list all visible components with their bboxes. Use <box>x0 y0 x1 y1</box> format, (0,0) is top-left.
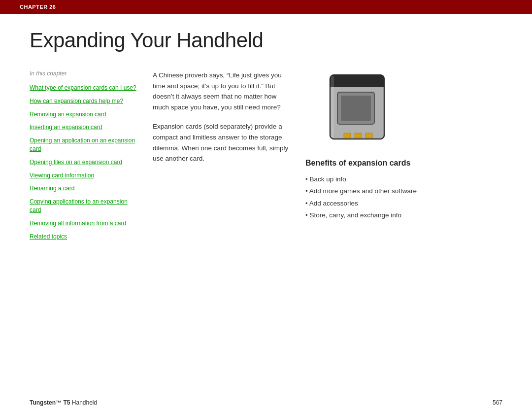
benefits-title: Benefits of expansion cards <box>305 159 410 168</box>
columns-layout: In this chapter What type of expansion c… <box>30 70 502 245</box>
footer: Tungsten™ T5 Handheld 567 <box>0 394 532 411</box>
brand-name: Tungsten™ T5 <box>30 399 70 406</box>
sidebar-links: What type of expansion cards can I use?H… <box>30 84 138 240</box>
svg-rect-7 <box>366 133 372 138</box>
sidebar: In this chapter What type of expansion c… <box>30 70 138 245</box>
sidebar-link-removing-all[interactable]: Removing all information from a card <box>30 219 138 228</box>
main-content: Expanding Your Handheld In this chapter … <box>0 14 532 255</box>
benefit-item: Store, carry, and exchange info <box>305 209 417 221</box>
brand-suffix: Handheld <box>72 399 97 406</box>
svg-rect-5 <box>344 133 351 138</box>
svg-rect-8 <box>331 76 334 138</box>
sidebar-link-related[interactable]: Related topics <box>30 233 138 241</box>
benefits-list: Back up infoAdd more games and other sof… <box>305 173 417 221</box>
sidebar-link-viewing[interactable]: Viewing card information <box>30 171 138 180</box>
intro-section: A Chinese proverb says, “Life just gives… <box>153 70 291 245</box>
svg-rect-2 <box>330 84 384 87</box>
chapter-bar: CHAPTER 26 <box>0 0 532 14</box>
benefit-item: Back up info <box>305 173 417 185</box>
sidebar-link-removing[interactable]: Removing an expansion card <box>30 110 138 119</box>
sidebar-link-inserting[interactable]: Inserting an expansion card <box>30 123 138 132</box>
sidebar-link-copying[interactable]: Copying applications to an expansion car… <box>30 198 138 214</box>
card-image <box>320 70 399 149</box>
chapter-label: CHAPTER 26 <box>20 4 56 10</box>
benefit-item: Add accessories <box>305 198 417 209</box>
page-number: 567 <box>493 399 502 406</box>
page-title: Expanding Your Handheld <box>30 29 502 52</box>
intro-paragraph-2: Expansion cards (sold separately) provid… <box>153 121 291 164</box>
sidebar-heading: In this chapter <box>30 70 138 77</box>
footer-brand: Tungsten™ T5 Handheld <box>30 399 97 406</box>
benefit-item: Add more games and other software <box>305 185 417 197</box>
svg-rect-4 <box>341 96 371 121</box>
right-panel: Benefits of expansion cards Back up info… <box>305 70 502 245</box>
sidebar-link-opening-app[interactable]: Opening an application on an expansion c… <box>30 137 138 153</box>
sidebar-link-how-can[interactable]: How can expansion cards help me? <box>30 97 138 105</box>
sidebar-link-renaming[interactable]: Renaming a card <box>30 184 138 193</box>
intro-paragraph-1: A Chinese proverb says, “Life just gives… <box>153 70 291 112</box>
sidebar-link-what-type[interactable]: What type of expansion cards can I use? <box>30 84 138 92</box>
svg-rect-6 <box>355 133 362 138</box>
sidebar-link-opening-files[interactable]: Opening files on an expansion card <box>30 158 138 167</box>
